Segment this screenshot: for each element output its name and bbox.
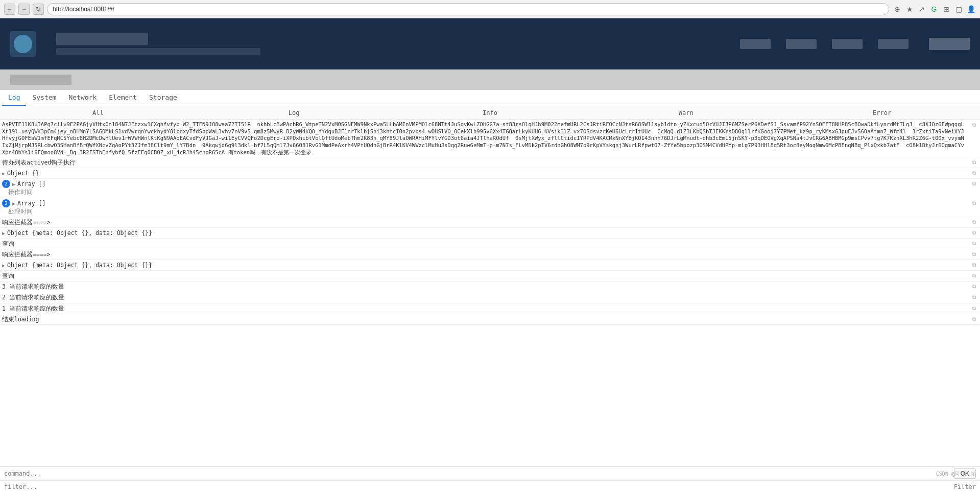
col-info: Info [392, 108, 588, 118]
log-row-text: 3 当前请求响应的数量 [2, 283, 978, 291]
tab-log[interactable]: Log [2, 90, 26, 106]
copy-button[interactable]: ⧉ [970, 315, 978, 323]
copy-button[interactable]: ⧉ [970, 169, 978, 177]
copy-button[interactable]: ⧉ [970, 272, 978, 280]
copy-button[interactable]: ⧉ [970, 180, 978, 188]
log-row: 查询 ⧉ [0, 239, 980, 249]
copy-button[interactable]: ⧉ [970, 240, 978, 248]
copy-button[interactable]: ⧉ [970, 199, 978, 207]
expand-arrow[interactable]: ▶ [2, 262, 5, 269]
log-row: 待办列表actived钩子执行 ⧉ [0, 157, 980, 168]
expand-arrow[interactable]: ▶ [2, 170, 5, 177]
copy-button[interactable]: ⧉ [970, 158, 978, 167]
copy-button[interactable]: ⧉ [970, 304, 978, 313]
browser-chrome: ← → ↻ ⊕ ★ ↗ G ⊞ ▢ 👤 [0, 0, 980, 18]
grammarly-icon[interactable]: G [929, 4, 939, 14]
log-row-text: 结束loading [2, 315, 978, 323]
log-row-text: ▶Array [] [12, 180, 970, 188]
devtools-tabs: Log System Network Element Storage [0, 90, 980, 106]
log-row: 2 ▶Array [] ⧉ 处理时间 [0, 198, 980, 217]
col-warn: Warn [588, 108, 784, 118]
log-row-text: ▶Array [] [12, 199, 970, 207]
log-row: ▶Object {meta: Object {}, data: Object {… [0, 228, 980, 239]
log-row: 响应拦截器====> ⧉ [0, 249, 980, 260]
copy-button[interactable]: ⧉ [970, 250, 978, 259]
star-icon[interactable]: ★ [904, 4, 915, 14]
col-all: All [0, 108, 196, 118]
log-row-text: ▶Object {meta: Object {}, data: Object {… [2, 261, 978, 269]
copy-button[interactable]: ⧉ [970, 229, 978, 237]
copy-button[interactable]: ⧉ [970, 261, 978, 269]
log-row: ▶Object {meta: Object {}, data: Object {… [0, 260, 980, 271]
tab-storage[interactable]: Storage [143, 90, 183, 106]
badge: 2 [2, 199, 10, 207]
share-icon[interactable]: ↗ [917, 4, 927, 14]
sub-header [0, 69, 980, 90]
tab-network[interactable]: Network [62, 90, 103, 106]
logo-shape [14, 35, 32, 53]
back-button[interactable]: ← [4, 4, 15, 15]
log-row-text: 1 当前请求响应的数量 [2, 304, 978, 313]
filter-row: Filter [0, 481, 980, 493]
log-content[interactable]: AsPVTE1lK8UIAPg7cilv9E2PAGjyVHtx0n184N7J… [0, 120, 980, 468]
log-row-text: 查询 [2, 272, 978, 280]
log-row: AsPVTE1lK8UIAPg7cilv9E2PAGjyVHtx0n184N7J… [0, 120, 980, 157]
log-row: 查询 ⧉ [0, 271, 980, 281]
app-header [0, 18, 980, 69]
log-row: 2 当前请求响应的数量 ⧉ [0, 292, 980, 303]
extension-icon[interactable]: ⊕ [892, 4, 902, 14]
log-row-text: 响应拦截器====> [2, 250, 978, 259]
app-nav-items [740, 39, 909, 49]
bottom-bar: OK Filter [0, 466, 980, 493]
log-row: 3 当前请求响应的数量 ⧉ [0, 281, 980, 292]
log-row-text: ▶Object {meta: Object {}, data: Object {… [2, 229, 978, 237]
filter-label: Filter [954, 483, 976, 490]
filter-input[interactable] [4, 483, 954, 490]
log-table-header: All Log Info Warn Error [0, 106, 980, 120]
log-row-text: 查询 [2, 240, 978, 248]
log-row: 1 当前请求响应的数量 ⧉ [0, 303, 980, 314]
expand-arrow[interactable]: ▶ [12, 200, 15, 207]
csdn-watermark: CSDN @阿 拓 拓 [936, 471, 976, 478]
address-bar[interactable] [47, 3, 889, 15]
log-row: ▶Object {} ⧉ [0, 168, 980, 179]
tab-element[interactable]: Element [103, 90, 143, 106]
badge: 2 [2, 180, 10, 188]
command-input[interactable] [4, 470, 954, 477]
log-row-subtext: 操作时间 [2, 188, 45, 196]
log-row-text: 响应拦截器====> [2, 218, 978, 226]
log-row-subtext: 处理时间 [2, 207, 45, 216]
copy-button[interactable]: ⧉ [970, 293, 978, 301]
browser-actions: ⊕ ★ ↗ G ⊞ ▢ 👤 [892, 4, 976, 14]
reload-button[interactable]: ↻ [33, 4, 44, 15]
expand-arrow[interactable]: ▶ [12, 181, 15, 188]
puzzle-icon[interactable]: ⊞ [941, 4, 951, 14]
log-row: 结束loading ⧉ [0, 314, 980, 325]
col-error: Error [784, 108, 980, 118]
log-row-text: 待办列表actived钩子执行 [2, 158, 978, 167]
log-row: 响应拦截器====> ⧉ [0, 217, 980, 228]
command-row: OK [0, 467, 980, 481]
app-logo [10, 31, 36, 57]
copy-button[interactable]: ⧉ [970, 121, 978, 129]
copy-button[interactable]: ⧉ [970, 218, 978, 226]
col-log: Log [196, 108, 392, 118]
forward-button[interactable]: → [18, 4, 30, 15]
log-row-text: AsPVTE1lK8UIAPg7cilv9E2PAGjyVHtx0n184N7J… [2, 121, 978, 156]
expand-arrow[interactable]: ▶ [2, 230, 5, 237]
window-icon[interactable]: ▢ [953, 4, 964, 14]
log-row: 2 ▶Array [] ⧉ 操作时间 [0, 179, 980, 198]
copy-button[interactable]: ⧉ [970, 283, 978, 291]
log-row-text: 2 当前请求响应的数量 [2, 293, 978, 301]
user-icon[interactable]: 👤 [966, 4, 976, 14]
log-row-text: ▶Object {} [2, 169, 978, 177]
tab-system[interactable]: System [26, 90, 62, 106]
